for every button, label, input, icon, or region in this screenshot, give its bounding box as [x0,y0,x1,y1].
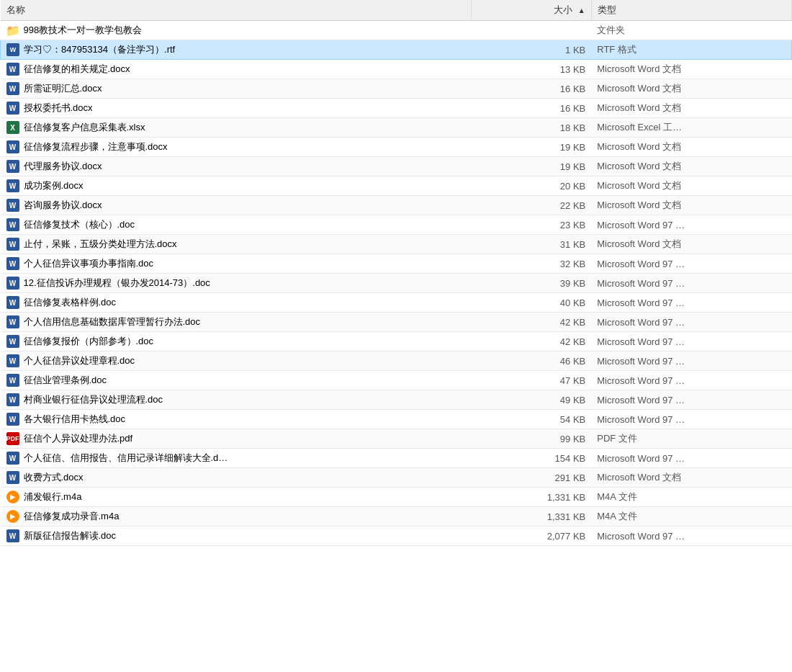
file-type-cell: Microsoft Word 97 … [591,527,791,546]
file-name-label: 个人信用信息基础数据库管理暂行办法.doc [24,315,201,328]
file-name-cell[interactable]: W 村商业银行征信异议处理流程.doc [1,390,472,410]
file-name-label: 授权委托书.docx [24,102,93,115]
table-row[interactable]: W 所需证明汇总.docx 16 KBMicrosoft Word 文档 [1,79,792,99]
table-row[interactable]: ▶ 征信修复成功录音.m4a 1,331 KBM4A 文件 [1,507,792,527]
file-name-cell[interactable]: ▶ 浦发银行.m4a [1,488,472,507]
file-size-cell: 16 KB [471,99,591,118]
file-name-cell[interactable]: W 个人征信异议处理章程.doc [1,351,472,371]
file-type-cell: Microsoft Word 97 … [591,254,791,274]
file-type-cell: Microsoft Word 97 … [591,371,791,390]
table-row[interactable]: W 个人征信异议事项办事指南.doc 32 KBMicrosoft Word 9… [1,254,792,274]
column-header-type[interactable]: 类型 [591,0,791,21]
table-row[interactable]: PDF 征信个人异议处理办法.pdf 99 KBPDF 文件 [1,429,792,449]
table-row[interactable]: W 成功案例.docx 20 KBMicrosoft Word 文档 [1,176,792,196]
file-name-cell[interactable]: W 个人征信异议事项办事指南.doc [1,254,472,274]
word97-icon: W [6,277,19,290]
sort-arrow-icon: ▲ [578,6,585,14]
file-name-label: 征信修复报价（内部参考）.doc [24,335,154,348]
file-name-cell[interactable]: ▶ 征信修复成功录音.m4a [1,507,472,527]
file-name-cell[interactable]: W 征信修复流程步骤，注意事项.docx [1,138,472,157]
file-name-cell[interactable]: W 收费方式.docx [1,468,472,488]
file-size-cell: 32 KB [471,254,591,274]
file-name-cell[interactable]: W 成功案例.docx [1,176,472,196]
table-row[interactable]: W 征信修复技术（核心）.doc 23 KBMicrosoft Word 97 … [1,215,792,235]
table-row[interactable]: 📁 998教技术一对一教学包教会 文件夹 [1,21,792,40]
table-row[interactable]: W 个人征信异议处理章程.doc 46 KBMicrosoft Word 97 … [1,351,792,371]
table-row[interactable]: W 学习♡：847953134（备注学习）.rtf 1 KBRTF 格式 [1,40,792,60]
table-row[interactable]: W 止付，呆账，五级分类处理方法.docx 31 KBMicrosoft Wor… [1,235,792,254]
file-name-cell[interactable]: W 征信修复报价（内部参考）.doc [1,332,472,351]
file-name-cell[interactable]: W 个人信用信息基础数据库管理暂行办法.doc [1,313,472,332]
file-name-cell[interactable]: W 个人征信、信用报告、信用记录详细解读大全.d… [1,449,472,468]
file-size-cell: 49 KB [471,390,591,410]
file-name-cell[interactable]: W 征信修复技术（核心）.doc [1,215,472,235]
word-icon: W [6,82,19,95]
file-name-label: 征信修复客户信息采集表.xlsx [24,121,145,134]
file-name-cell[interactable]: X 征信修复客户信息采集表.xlsx [1,118,472,138]
file-type-cell: Microsoft Word 97 … [591,215,791,235]
file-name-cell[interactable]: W 征信修复的相关规定.docx [1,60,472,79]
table-row[interactable]: W 授权委托书.docx 16 KBMicrosoft Word 文档 [1,99,792,118]
file-name-cell[interactable]: PDF 征信个人异议处理办法.pdf [1,429,472,449]
table-row[interactable]: W 个人信用信息基础数据库管理暂行办法.doc 42 KBMicrosoft W… [1,313,792,332]
table-row[interactable]: ▶ 浦发银行.m4a 1,331 KBM4A 文件 [1,488,792,507]
table-row[interactable]: X 征信修复客户信息采集表.xlsx 18 KBMicrosoft Excel … [1,118,792,138]
word97-icon: W [6,257,19,270]
table-row[interactable]: W 征信修复报价（内部参考）.doc 42 KBMicrosoft Word 9… [1,332,792,351]
table-row[interactable]: W 新版征信报告解读.doc 2,077 KBMicrosoft Word 97… [1,527,792,546]
word-icon: W [6,179,19,192]
file-name-label: 征信个人异议处理办法.pdf [24,432,133,445]
word97-icon: W [6,529,19,542]
file-name-cell[interactable]: W 新版征信报告解读.doc [1,527,472,546]
file-name-label: 12.征信投诉办理规程（银办发2014-73）.doc [24,277,210,290]
file-name-cell[interactable]: W 征信修复表格样例.doc [1,293,472,313]
file-name-cell[interactable]: W 12.征信投诉办理规程（银办发2014-73）.doc [1,274,472,293]
file-type-cell: Microsoft Word 97 … [591,351,791,371]
file-size-cell: 154 KB [471,449,591,468]
file-name-cell[interactable]: W 咨询服务协议.docx [1,196,472,215]
file-size-cell: 46 KB [471,351,591,371]
column-header-size[interactable]: 大小 ▲ [471,0,591,21]
file-name-label: 征信业管理条例.doc [24,374,107,387]
file-name-label: 所需证明汇总.docx [24,82,102,95]
table-row[interactable]: W 征信修复流程步骤，注意事项.docx 19 KBMicrosoft Word… [1,138,792,157]
table-row[interactable]: W 代理服务协议.docx 19 KBMicrosoft Word 文档 [1,157,792,176]
file-name-cell[interactable]: W 止付，呆账，五级分类处理方法.docx [1,235,472,254]
word-icon: W [6,63,19,76]
table-row[interactable]: W 咨询服务协议.docx 22 KBMicrosoft Word 文档 [1,196,792,215]
file-name-cell[interactable]: W 学习♡：847953134（备注学习）.rtf [1,40,472,60]
file-type-cell: Microsoft Word 97 … [591,293,791,313]
file-name-label: 成功案例.docx [24,179,84,192]
table-row[interactable]: W 收费方式.docx 291 KBMicrosoft Word 文档 [1,468,792,488]
table-row[interactable]: W 征信修复表格样例.doc 40 KBMicrosoft Word 97 … [1,293,792,313]
table-row[interactable]: W 征信修复的相关规定.docx 13 KBMicrosoft Word 文档 [1,60,792,79]
file-size-cell: 19 KB [471,138,591,157]
folder-icon: 📁 [6,24,19,37]
table-row[interactable]: W 村商业银行征信异议处理流程.doc 49 KBMicrosoft Word … [1,390,792,410]
word97-icon: W [6,374,19,387]
file-type-cell: 文件夹 [591,21,791,40]
file-name-cell[interactable]: W 代理服务协议.docx [1,157,472,176]
file-name-cell[interactable]: W 征信业管理条例.doc [1,371,472,390]
table-row[interactable]: W 征信业管理条例.doc 47 KBMicrosoft Word 97 … [1,371,792,390]
file-name-cell[interactable]: 📁 998教技术一对一教学包教会 [1,21,472,40]
file-name-cell[interactable]: W 所需证明汇总.docx [1,79,472,99]
file-name-cell[interactable]: W 授权委托书.docx [1,99,472,118]
file-size-cell: 22 KB [471,196,591,215]
file-type-cell: PDF 文件 [591,429,791,449]
file-type-cell: Microsoft Word 文档 [591,468,791,488]
table-row[interactable]: W 个人征信、信用报告、信用记录详细解读大全.d… 154 KBMicrosof… [1,449,792,468]
file-name-label: 998教技术一对一教学包教会 [24,24,143,37]
file-name-label: 个人征信异议处理章程.doc [24,354,135,367]
table-row[interactable]: W 各大银行信用卡热线.doc 54 KBMicrosoft Word 97 … [1,410,792,429]
file-name-cell[interactable]: W 各大银行信用卡热线.doc [1,410,472,429]
file-name-label: 征信修复成功录音.m4a [24,510,120,523]
file-size-cell: 42 KB [471,313,591,332]
table-row[interactable]: W 12.征信投诉办理规程（银办发2014-73）.doc 39 KBMicro… [1,274,792,293]
column-header-name[interactable]: 名称 [1,0,472,21]
file-name-label: 代理服务协议.docx [24,160,102,173]
file-size-cell: 42 KB [471,332,591,351]
file-type-cell: Microsoft Word 文档 [591,176,791,196]
file-name-label: 征信修复技术（核心）.doc [24,218,135,231]
file-type-cell: Microsoft Word 文档 [591,196,791,215]
